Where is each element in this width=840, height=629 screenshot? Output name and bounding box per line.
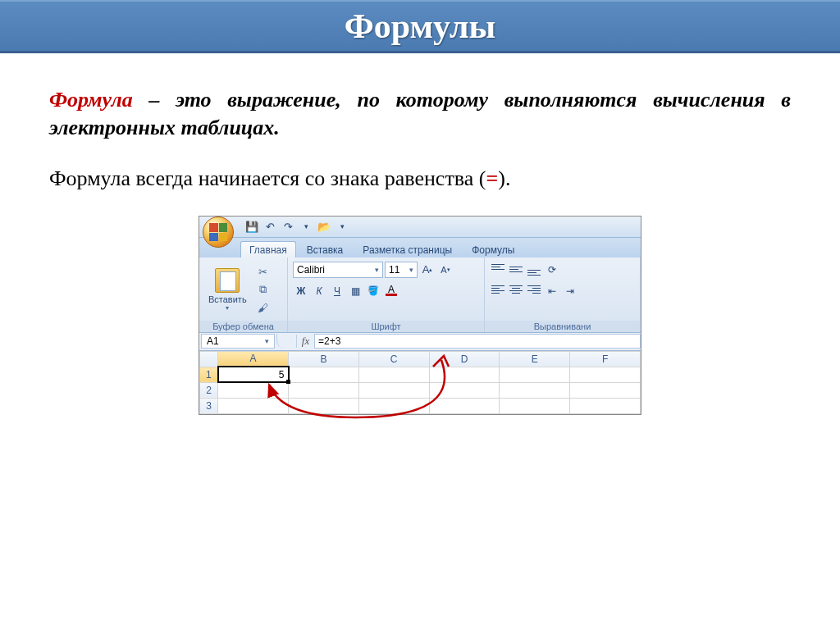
align-right-icon[interactable]: [526, 283, 542, 299]
column-header-C[interactable]: C: [358, 351, 429, 367]
format-painter-icon[interactable]: 🖌: [254, 299, 272, 316]
definition-text: – это выражение, по которому выполняются…: [49, 88, 791, 139]
formula-bar: A1 fx =2+3: [199, 333, 641, 351]
select-all-corner[interactable]: [200, 351, 218, 367]
shrink-font-icon[interactable]: A▾: [437, 262, 454, 278]
column-header-E[interactable]: E: [500, 351, 570, 367]
ribbon-group-font: Calibri 11 A▴ A▾ Ж К Ч ▦ 🪣: [288, 258, 485, 332]
italic-button[interactable]: К: [311, 283, 327, 299]
office-button[interactable]: [203, 217, 234, 248]
cell-A1[interactable]: 5: [218, 367, 289, 382]
slide-title-bar: Формулы: [0, 0, 840, 53]
tab-home[interactable]: Главная: [240, 241, 296, 258]
cell-A3[interactable]: [218, 398, 289, 413]
excel-screenshot: 💾 ↶ ↷ ▾ 📂 ▾ Главная Вставка Разметка стр…: [199, 216, 641, 415]
paste-button[interactable]: Вставить ▾: [204, 266, 251, 314]
slide-title: Формулы: [0, 7, 840, 46]
align-top-icon[interactable]: [490, 262, 506, 278]
decrease-indent-icon[interactable]: ⇤: [544, 283, 560, 299]
row-header-3[interactable]: 3: [200, 398, 218, 413]
column-header-F[interactable]: F: [570, 351, 641, 367]
row-header-2[interactable]: 2: [200, 382, 218, 398]
equals-note: Формула всегда начинается со знака равен…: [49, 166, 791, 191]
copy-icon[interactable]: ⧉: [254, 281, 272, 298]
cut-icon[interactable]: ✂: [254, 263, 272, 280]
ribbon-group-clipboard: Вставить ▾ ✂ ⧉ 🖌 Буфер обмена: [199, 258, 288, 332]
fx-button[interactable]: fx: [296, 335, 314, 348]
font-name-combo[interactable]: Calibri: [293, 262, 383, 278]
tab-formulas[interactable]: Формулы: [463, 241, 523, 258]
tab-insert[interactable]: Вставка: [298, 241, 353, 258]
align-center-icon[interactable]: [508, 283, 524, 299]
name-box[interactable]: A1: [201, 334, 275, 349]
row-header-1[interactable]: 1: [200, 367, 218, 382]
ribbon: Вставить ▾ ✂ ⧉ 🖌 Буфер обмена: [199, 258, 641, 333]
orientation-icon[interactable]: ⟳: [544, 262, 560, 278]
formula-input[interactable]: =2+3: [314, 334, 641, 349]
align-left-icon[interactable]: [490, 283, 506, 299]
equals-sign: =: [486, 166, 498, 190]
font-color-icon[interactable]: A: [383, 283, 399, 299]
clipboard-group-label: Буфер обмена: [199, 321, 287, 332]
quick-access-toolbar: 💾 ↶ ↷ ▾ 📂 ▾: [199, 217, 641, 238]
grow-font-icon[interactable]: A▴: [419, 262, 436, 278]
column-header-A[interactable]: A: [218, 351, 289, 367]
tab-page-layout[interactable]: Разметка страницы: [354, 241, 461, 258]
font-group-label: Шрифт: [288, 321, 484, 332]
alignment-group-label: Выравнивани: [485, 321, 640, 332]
qat-customize-icon[interactable]: ▾: [336, 220, 349, 233]
bold-button[interactable]: Ж: [293, 283, 309, 299]
cell-C1[interactable]: [358, 367, 429, 382]
font-size-combo[interactable]: 11: [385, 262, 418, 278]
slide-content: Формула – это выражение, по которому вып…: [0, 53, 840, 431]
cell-A2[interactable]: [218, 382, 289, 398]
underline-button[interactable]: Ч: [329, 283, 345, 299]
spreadsheet-grid: A B C D E F 1 5: [199, 351, 641, 414]
undo-icon[interactable]: ↶: [263, 220, 276, 233]
qat-dropdown-icon[interactable]: ▾: [299, 220, 313, 233]
align-bottom-icon[interactable]: [526, 262, 542, 278]
paste-icon: [215, 268, 240, 293]
definition-term: Формула: [49, 88, 133, 112]
cell-B1[interactable]: [289, 367, 359, 382]
column-header-B[interactable]: B: [289, 351, 359, 367]
open-icon[interactable]: 📂: [317, 220, 331, 233]
ribbon-group-alignment: ⟳ ⇤ ⇥ Выравнивани: [485, 258, 641, 332]
redo-icon[interactable]: ↷: [281, 220, 294, 233]
cell-D1[interactable]: [429, 367, 500, 382]
align-middle-icon[interactable]: [508, 262, 524, 278]
definition-paragraph: Формула – это выражение, по которому вып…: [49, 86, 791, 142]
ribbon-tabs: Главная Вставка Разметка страницы Формул…: [199, 238, 641, 258]
fill-color-icon[interactable]: 🪣: [365, 283, 381, 299]
column-header-D[interactable]: D: [429, 351, 500, 367]
cell-E1[interactable]: [500, 367, 570, 382]
paste-label: Вставить: [208, 294, 247, 304]
increase-indent-icon[interactable]: ⇥: [562, 283, 578, 299]
cell-F1[interactable]: [570, 367, 641, 382]
save-icon[interactable]: 💾: [245, 220, 258, 233]
border-icon[interactable]: ▦: [347, 283, 363, 299]
